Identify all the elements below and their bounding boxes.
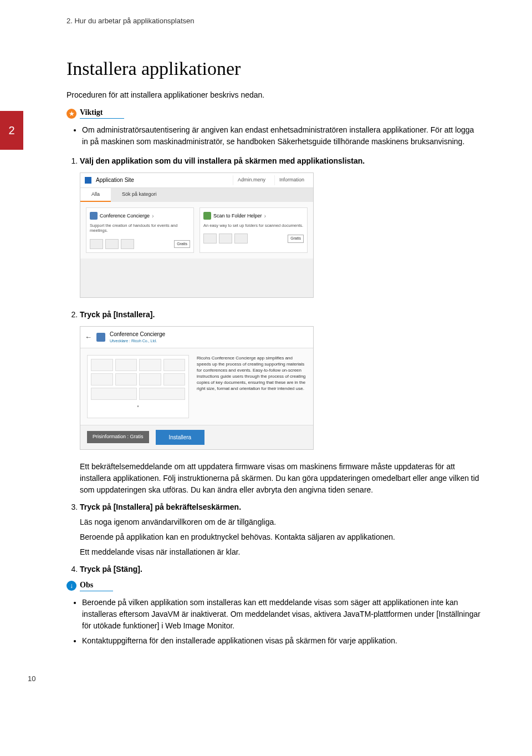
step-1: Välj den applikation som du vill install… — [80, 155, 482, 298]
tab-category: Sök på kategori — [111, 188, 168, 202]
install-button: Installera — [156, 430, 205, 445]
ss2-subtitle: Utvecklare : Ricoh Co., Ltd. — [110, 338, 165, 344]
ss2-title: Conference Concierge — [110, 330, 165, 338]
important-badge: ★ Viktigt — [66, 108, 482, 119]
step-3-body-1: Läs noga igenom användarvillkoren om de … — [80, 516, 482, 528]
admin-menu-button: Admin.meny — [233, 175, 270, 185]
app-preview: • — [87, 355, 189, 418]
page-number: 10 — [28, 674, 482, 683]
app-description: Ricohs Conference Concierge app simplifi… — [197, 355, 306, 418]
app-card: Scan to Folder Helper › An easy way to s… — [200, 207, 308, 253]
app-card-title: Scan to Folder Helper — [213, 212, 262, 220]
note-label: Obs — [80, 581, 113, 590]
ss1-title: Application Site — [96, 176, 228, 184]
app-card-desc: Support the creation of handouts for eve… — [90, 223, 190, 234]
app-card-title: Conference Concierge — [100, 212, 150, 220]
app-card-icon — [90, 212, 98, 220]
note-item: Beroende på vilken applikation som insta… — [82, 597, 482, 632]
page-title: Installera applikationer — [66, 58, 482, 79]
step-3: Tryck på [Installera] på bekräftelseskär… — [80, 501, 482, 558]
step-4-title: Tryck på [Stäng]. — [80, 565, 142, 574]
app-icon — [96, 333, 105, 342]
price-badge: Gratis — [288, 235, 304, 243]
screenshot-app-list: Application Site Admin.meny Information … — [80, 172, 314, 298]
note-badge: ↓ Obs — [66, 581, 482, 591]
price-badge: Gratis — [174, 240, 190, 248]
running-header: 2. Hur du arbetar på applikationsplatsen — [66, 17, 482, 25]
step-3-title: Tryck på [Installera] på bekräftelseskär… — [80, 503, 241, 511]
app-card-desc: An easy way to set up folders for scanne… — [203, 223, 304, 229]
step-4: Tryck på [Stäng]. — [80, 564, 482, 575]
star-icon: ★ — [66, 109, 76, 119]
information-button: Information — [274, 175, 309, 185]
step-1-title: Välj den applikation som du vill install… — [80, 156, 365, 165]
note-list: Beroende på vilken applikation som insta… — [66, 597, 482, 647]
screenshot-app-detail: ← Conference Concierge Utvecklare : Rico… — [80, 326, 314, 450]
chevron-right-icon: › — [264, 211, 267, 221]
step-2-body: Ett bekräftelsemeddelande om att uppdate… — [80, 461, 482, 496]
arrow-down-icon: ↓ — [66, 581, 76, 591]
important-label: Viktigt — [80, 108, 124, 117]
price-info: Prisinformation : Gratis — [87, 431, 149, 443]
tab-all: Alla — [80, 188, 111, 202]
important-list: Om administratörsautentisering är angive… — [66, 124, 482, 148]
back-icon: ← — [85, 332, 92, 343]
note-item: Kontaktuppgifterna för den installerade … — [82, 635, 482, 647]
app-card-icon — [203, 212, 211, 220]
app-card: Conference Concierge › Support the creat… — [86, 207, 194, 253]
step-2-title: Tryck på [Installera]. — [80, 310, 155, 319]
chevron-right-icon: › — [152, 211, 154, 221]
app-icon — [85, 177, 91, 184]
step-2: Tryck på [Installera]. ← Conference Conc… — [80, 309, 482, 496]
step-3-body-2: Beroende på applikation kan en produktny… — [80, 531, 482, 543]
important-item: Om administratörsautentisering är angive… — [82, 124, 482, 148]
step-3-body-3: Ett meddelande visas när installationen … — [80, 546, 482, 558]
chapter-tab: 2 — [0, 111, 23, 150]
intro-text: Proceduren för att installera applikatio… — [66, 90, 482, 99]
